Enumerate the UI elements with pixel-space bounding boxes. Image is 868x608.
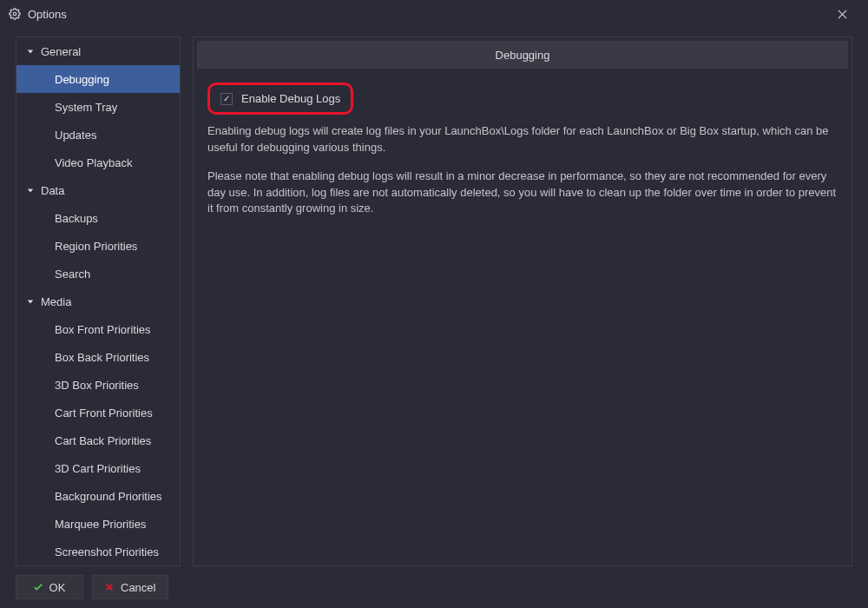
description-paragraph-1: Enabling debug logs will create log file… xyxy=(207,123,838,156)
sidebar-item-region-priorities[interactable]: Region Priorities xyxy=(16,232,180,260)
enable-debug-logs-checkbox[interactable]: ✓ Enable Debug Logs xyxy=(212,87,349,110)
ok-button-label: OK xyxy=(49,581,66,594)
svg-marker-4 xyxy=(28,188,33,192)
svg-marker-3 xyxy=(28,50,33,53)
description-paragraph-2: Please note that enabling debug logs wil… xyxy=(207,169,838,218)
highlight-annotation: ✓ Enable Debug Logs xyxy=(207,83,353,115)
caret-down-icon xyxy=(25,298,36,305)
titlebar: Options xyxy=(0,0,868,28)
panel-title: Debugging xyxy=(197,41,848,69)
sidebar-item-search[interactable]: Search xyxy=(16,260,180,287)
footer-buttons: OK Cancel xyxy=(16,575,168,599)
sidebar-item-cart-front-priorities[interactable]: Cart Front Priorities xyxy=(16,399,180,426)
checkbox-label: Enable Debug Logs xyxy=(241,92,340,105)
sidebar-section-label: Data xyxy=(41,184,64,197)
sidebar[interactable]: GeneralDebuggingSystem TrayUpdatesVideo … xyxy=(16,36,181,566)
sidebar-section-general[interactable]: General xyxy=(16,37,180,65)
sidebar-section-label: Media xyxy=(41,295,71,308)
sidebar-item-video-playback[interactable]: Video Playback xyxy=(16,149,180,176)
cancel-button[interactable]: Cancel xyxy=(92,575,168,599)
svg-point-0 xyxy=(13,12,16,16)
sidebar-section-data[interactable]: Data xyxy=(16,176,180,204)
svg-marker-5 xyxy=(28,300,33,303)
close-button[interactable] xyxy=(825,2,859,26)
sidebar-item-screenshot-priorities[interactable]: Screenshot Priorities xyxy=(16,538,180,565)
sidebar-item-background-priorities[interactable]: Background Priorities xyxy=(16,482,180,510)
sidebar-item-box-front-priorities[interactable]: Box Front Priorities xyxy=(16,315,180,343)
sidebar-item-box-back-priorities[interactable]: Box Back Priorities xyxy=(16,343,180,371)
ok-button[interactable]: OK xyxy=(16,575,83,599)
caret-down-icon xyxy=(25,187,36,194)
gear-icon xyxy=(9,8,21,20)
sidebar-item-system-tray[interactable]: System Tray xyxy=(16,93,180,121)
sidebar-item-backups[interactable]: Backups xyxy=(16,204,180,232)
cancel-button-label: Cancel xyxy=(121,581,155,594)
sidebar-section-media[interactable]: Media xyxy=(16,287,180,315)
checkbox-icon: ✓ xyxy=(220,93,233,105)
sidebar-item-cart-back-priorities[interactable]: Cart Back Priorities xyxy=(16,426,180,454)
sidebar-item-updates[interactable]: Updates xyxy=(16,121,180,149)
sidebar-section-label: General xyxy=(41,45,81,58)
sidebar-item-marquee-priorities[interactable]: Marquee Priorities xyxy=(16,510,180,538)
sidebar-item-3d-box-priorities[interactable]: 3D Box Priorities xyxy=(16,371,180,399)
sidebar-item-3d-cart-priorities[interactable]: 3D Cart Priorities xyxy=(16,454,180,482)
caret-down-icon xyxy=(25,48,36,55)
sidebar-item-debugging[interactable]: Debugging xyxy=(16,65,180,93)
main-panel: Debugging ✓ Enable Debug Logs Enabling d… xyxy=(193,36,852,566)
window-title: Options xyxy=(28,8,67,21)
